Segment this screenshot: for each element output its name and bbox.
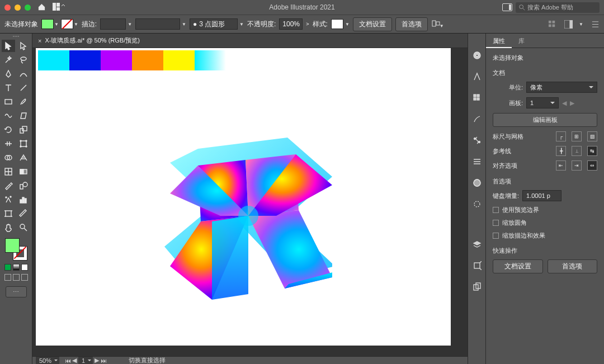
kbd-increment-input[interactable]: 1.0001 p <box>522 190 561 201</box>
artboard-tool[interactable] <box>2 207 15 220</box>
hand-tool[interactable] <box>2 221 15 234</box>
perspective-grid-tool[interactable] <box>17 152 30 164</box>
canvas[interactable] <box>32 48 468 356</box>
graphic-style-swatch[interactable] <box>331 19 343 29</box>
draw-normal-icon[interactable] <box>4 274 11 281</box>
color-mode-solid[interactable] <box>4 264 11 271</box>
guides-visibility-icon[interactable]: ╋ <box>556 146 566 156</box>
paintbrush-tool[interactable] <box>17 96 30 108</box>
free-transform-tool[interactable] <box>17 138 30 150</box>
ruler-icon[interactable]: ┌ <box>556 131 566 141</box>
asset-export-panel-icon[interactable] <box>472 261 482 271</box>
close-icon[interactable] <box>4 4 11 11</box>
next-artboard-icon[interactable]: ▶ <box>570 100 574 107</box>
fill-color-icon[interactable] <box>5 238 20 253</box>
mesh-tool[interactable] <box>2 166 15 178</box>
shape-builder-tool[interactable] <box>2 152 15 164</box>
home-icon[interactable] <box>37 3 46 12</box>
eyedropper-tool[interactable] <box>2 179 15 192</box>
gradient-panel-icon[interactable] <box>472 178 482 188</box>
stroke-weight-input[interactable] <box>100 18 126 30</box>
snap-point-icon[interactable]: ⇥ <box>572 160 582 171</box>
checkbox-preview-bounds[interactable]: 使用预览边界 <box>493 206 597 214</box>
brush-profile[interactable]: ●3 点圆形 <box>190 18 238 30</box>
unit-select[interactable]: 像素 <box>526 82 597 93</box>
snap-pixel-icon[interactable]: ⇤ <box>556 160 566 171</box>
rectangle-tool[interactable] <box>2 96 15 108</box>
brushes-panel-icon[interactable] <box>472 114 482 124</box>
scale-tool[interactable] <box>17 124 30 136</box>
selection-tool[interactable] <box>2 40 15 52</box>
fill-stroke-indicator[interactable] <box>5 238 27 261</box>
document-setup-button[interactable]: 文档设置 <box>353 17 392 31</box>
preferences-button[interactable]: 首选项 <box>395 17 428 31</box>
grid-icon[interactable] <box>548 20 556 29</box>
blend-tool[interactable] <box>17 179 30 192</box>
workspace-switcher[interactable] <box>53 3 65 12</box>
document-tab-label[interactable]: X-玻璃质感.ai* @ 50% (RGB/预览) <box>45 36 139 45</box>
stroke-panel-icon[interactable] <box>472 157 482 167</box>
line-segment-tool[interactable] <box>17 82 30 94</box>
panel-menu-icon[interactable] <box>591 20 600 29</box>
gradient-tool[interactable] <box>17 166 30 178</box>
tab-libraries[interactable]: 库 <box>512 34 531 48</box>
quick-prefs-button[interactable]: 首选项 <box>548 259 598 273</box>
maximize-icon[interactable] <box>25 4 31 11</box>
guides-lock-icon[interactable]: ⟂ <box>572 146 582 156</box>
align-flyout-icon[interactable]: ▼ <box>431 20 444 29</box>
layers-panel-icon[interactable] <box>472 239 482 249</box>
zoom-tool[interactable] <box>17 221 30 234</box>
close-tab-icon[interactable]: × <box>38 37 41 44</box>
direct-selection-tool[interactable] <box>17 40 30 52</box>
transparency-panel-icon[interactable] <box>472 199 482 209</box>
artboard <box>36 48 451 346</box>
variable-width-profile[interactable] <box>135 18 180 30</box>
artboard-select[interactable]: 1 <box>526 97 559 108</box>
artboards-panel-icon[interactable] <box>472 282 482 292</box>
lasso-tool[interactable] <box>17 54 30 66</box>
transparency-grid-icon[interactable]: ▨ <box>587 131 597 141</box>
artboard-number[interactable]: 1 <box>78 357 93 365</box>
smart-guides-icon[interactable]: ↹ <box>587 146 597 156</box>
symbol-sprayer-tool[interactable] <box>2 193 15 206</box>
prev-artboard-icon[interactable]: ◀ <box>562 100 567 107</box>
curvature-tool[interactable] <box>17 68 30 80</box>
artboard-label: 画板: <box>493 99 523 107</box>
svg-rect-32 <box>25 198 26 203</box>
minimize-icon[interactable] <box>15 4 21 11</box>
snap-grid-icon[interactable]: ⇔ <box>587 160 597 171</box>
pen-tool[interactable] <box>2 68 15 80</box>
width-tool[interactable] <box>2 138 15 150</box>
swatch-gradient <box>195 50 226 70</box>
symbols-panel-icon[interactable] <box>472 135 482 145</box>
eraser-tool[interactable] <box>17 110 30 122</box>
zoom-select[interactable]: 50% <box>36 357 59 365</box>
edit-artboards-button[interactable]: 编辑画板 <box>493 113 597 127</box>
color-mode-none[interactable] <box>21 264 28 271</box>
magic-wand-tool[interactable] <box>2 54 15 66</box>
color-mode-gradient[interactable] <box>13 264 20 271</box>
grid-icon[interactable]: ⊞ <box>572 131 582 141</box>
fill-swatch[interactable] <box>41 19 54 29</box>
tab-properties[interactable]: 属性 <box>486 34 512 48</box>
column-graph-tool[interactable] <box>17 193 30 206</box>
rotate-tool[interactable] <box>2 124 15 136</box>
checkbox-scale-strokes[interactable]: 缩放描边和效果 <box>493 231 597 240</box>
swatches-panel-icon[interactable] <box>472 93 482 103</box>
stroke-swatch-none[interactable] <box>61 19 73 29</box>
shaper-tool[interactable] <box>2 110 15 122</box>
arrange-documents-icon[interactable] <box>502 3 512 11</box>
quick-doc-setup-button[interactable]: 文档设置 <box>493 259 543 273</box>
help-search-input[interactable]: 搜索 Adobe 帮助 <box>516 2 600 13</box>
color-panel-icon[interactable] <box>472 50 482 60</box>
type-tool[interactable] <box>2 82 15 94</box>
artboard-nav[interactable]: ⏮◀ 1 ▶⏭ <box>65 357 106 365</box>
color-guide-panel-icon[interactable] <box>472 72 482 82</box>
edit-toolbar-button[interactable]: ⋯ <box>6 286 27 297</box>
opacity-input[interactable]: 100% <box>279 18 303 30</box>
slice-tool[interactable] <box>17 207 30 220</box>
checkbox-scale-corners[interactable]: 缩放圆角 <box>493 219 597 227</box>
essentials-layout-icon[interactable] <box>564 20 573 29</box>
draw-inside-icon[interactable] <box>21 274 28 281</box>
draw-behind-icon[interactable] <box>13 274 20 281</box>
